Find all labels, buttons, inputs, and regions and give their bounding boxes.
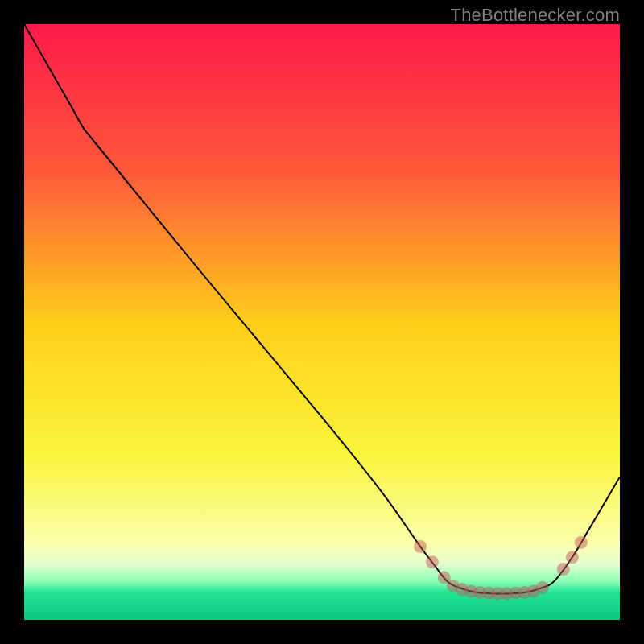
- marker-dot: [536, 581, 549, 594]
- chart-outer: TheBottlenecker.com: [0, 0, 644, 644]
- marker-dot: [426, 555, 439, 568]
- chart-svg: [24, 24, 620, 620]
- marker-dot: [414, 540, 427, 553]
- marker-dot: [566, 551, 579, 564]
- marker-dot: [575, 536, 588, 549]
- attribution-text: TheBottlenecker.com: [451, 5, 620, 26]
- plot-area: [24, 24, 620, 620]
- gradient-background: [24, 24, 620, 620]
- marker-dot: [557, 563, 570, 576]
